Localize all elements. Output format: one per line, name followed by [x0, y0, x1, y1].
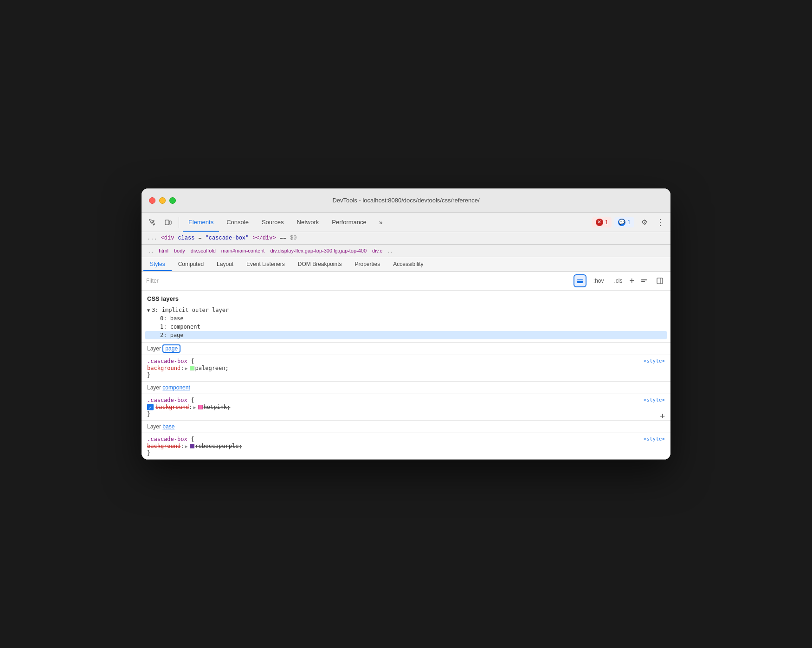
- new-style-rule-button[interactable]: [638, 275, 650, 287]
- prop-line-background-page: background : ▶ palegreen ;: [147, 364, 665, 372]
- dom-tag-close: ></div>: [252, 235, 276, 241]
- filter-input[interactable]: [146, 278, 570, 284]
- svg-rect-6: [641, 281, 645, 282]
- info-badge-button[interactable]: 💬 1: [614, 217, 634, 227]
- tab-computed[interactable]: Computed: [172, 257, 210, 271]
- add-property-button-component[interactable]: +: [660, 412, 665, 420]
- dom-ellipsis: ...: [147, 235, 157, 241]
- breadcrumb-html[interactable]: html: [157, 247, 170, 254]
- css-rule-page: <style> .cascade-box { background : ▶ pa…: [142, 355, 670, 382]
- hov-button[interactable]: :hov: [590, 276, 607, 285]
- layer-header-page: Layer page: [142, 343, 670, 355]
- color-swatch-hotpink[interactable]: [198, 405, 203, 409]
- dom-tag-open: <div: [161, 235, 174, 241]
- breadcrumb-div-c[interactable]: div.c: [370, 247, 384, 254]
- rule-source-component[interactable]: <style>: [644, 397, 665, 403]
- rule-selector-component: .cascade-box: [147, 397, 191, 403]
- breadcrumb-ellipsis-end[interactable]: ...: [386, 247, 394, 254]
- sub-tabs: Styles Computed Layout Event Listeners D…: [142, 257, 670, 272]
- rule-source-base[interactable]: <style>: [644, 436, 665, 442]
- gear-icon: ⚙: [641, 218, 647, 227]
- close-button[interactable]: [149, 197, 155, 204]
- minimize-button[interactable]: [159, 197, 166, 204]
- prop-line-background-component: background : ▶ hotpink ;: [147, 403, 665, 411]
- layer-name-base-link[interactable]: base: [162, 423, 174, 430]
- devtools-toolbar: Elements Console Sources Network Perform…: [142, 213, 670, 232]
- property-checkbox-background-component[interactable]: [147, 404, 154, 410]
- more-options-button[interactable]: ⋮: [654, 216, 667, 229]
- color-swatch-palegreen[interactable]: [190, 366, 194, 370]
- layer-header-component: Layer component: [142, 382, 670, 394]
- breadcrumb-div-scaffold[interactable]: div.scaffold: [189, 247, 218, 254]
- prop-line-background-base: background : ▶ rebeccapurple ;: [147, 442, 665, 450]
- devtools-window: DevTools - localhost:8080/docs/devtools/…: [142, 188, 670, 460]
- layer-tree-child-page[interactable]: 2: page: [145, 331, 667, 339]
- toolbar-divider-1: [179, 217, 179, 228]
- dom-attr-name: class: [178, 235, 194, 241]
- svg-rect-2: [577, 279, 583, 280]
- property-value-background-base: rebeccapurple: [195, 443, 239, 449]
- add-style-rule-button[interactable]: +: [629, 277, 634, 285]
- layer-base-label: 0: base: [160, 315, 184, 322]
- breadcrumb-ellipsis-start[interactable]: ...: [147, 247, 155, 254]
- breadcrumb-body[interactable]: body: [172, 247, 187, 254]
- property-name-background-component: background: [155, 404, 189, 410]
- device-toggle-button[interactable]: [161, 215, 175, 229]
- rule-source-page[interactable]: <style>: [644, 358, 665, 364]
- tab-layout[interactable]: Layout: [210, 257, 240, 271]
- tab-console[interactable]: Console: [221, 213, 254, 232]
- layer-tree-child-base[interactable]: 0: base: [147, 314, 665, 323]
- breadcrumb-main[interactable]: main#main-content: [219, 247, 267, 254]
- breadcrumb-div-flex[interactable]: div.display-flex.gap-top-300.lg:gap-top-…: [268, 247, 368, 254]
- layer-name-component-link[interactable]: component: [162, 384, 190, 391]
- dom-equals-sign: ==: [280, 235, 286, 241]
- css-layers-section: CSS layers ▼ 3: implicit outer layer 0: …: [142, 291, 670, 343]
- layer-name-page-highlighted[interactable]: page: [162, 344, 180, 353]
- layer-header-base: Layer base: [142, 421, 670, 433]
- window-title: DevTools - localhost:8080/docs/devtools/…: [332, 197, 479, 204]
- dom-bar: ... <div class = "cascade-box" ></div> =…: [142, 232, 670, 245]
- tab-elements[interactable]: Elements: [183, 213, 219, 232]
- rule-selector-base: .cascade-box: [147, 436, 191, 442]
- settings-button[interactable]: ⚙: [637, 215, 651, 229]
- tab-dom-breakpoints[interactable]: DOM Breakpoints: [291, 257, 348, 271]
- layer-label-page: Layer: [147, 345, 162, 352]
- tab-properties[interactable]: Properties: [348, 257, 387, 271]
- tab-sources[interactable]: Sources: [256, 213, 290, 232]
- property-name-background-page: background: [147, 365, 180, 371]
- layer-component-label: 1: component: [160, 324, 200, 330]
- titlebar: DevTools - localhost:8080/docs/devtools/…: [142, 188, 670, 213]
- tab-network[interactable]: Network: [291, 213, 325, 232]
- styles-panel: :hov .cls + CSS layers ▼ 3: implic: [142, 272, 670, 460]
- toggle-sidebar-button[interactable]: [654, 275, 666, 287]
- tab-event-listeners[interactable]: Event Listeners: [240, 257, 291, 271]
- expand-arrow: ▼: [147, 308, 150, 313]
- css-layers-title: CSS layers: [147, 295, 665, 302]
- css-layers-button[interactable]: [574, 274, 586, 287]
- tab-accessibility[interactable]: Accessibility: [387, 257, 430, 271]
- property-name-background-base: background: [147, 443, 180, 449]
- layer-page-label: 2: page: [160, 332, 184, 338]
- more-tabs-button[interactable]: »: [374, 215, 388, 229]
- layer-parent-label: 3: implicit outer layer: [152, 307, 229, 313]
- svg-rect-7: [657, 278, 663, 284]
- svg-rect-5: [641, 279, 647, 280]
- rule-selector-page: .cascade-box: [147, 358, 191, 364]
- property-value-background-component: hotpink: [204, 404, 227, 410]
- layer-tree-child-component[interactable]: 1: component: [147, 323, 665, 331]
- layer-tree-parent[interactable]: ▼ 3: implicit outer layer: [147, 306, 665, 314]
- error-badge-button[interactable]: ✕ 1: [592, 217, 612, 227]
- color-swatch-rebeccapurple[interactable]: [190, 444, 194, 448]
- tab-performance[interactable]: Performance: [326, 213, 372, 232]
- cls-button[interactable]: .cls: [611, 276, 625, 285]
- tab-styles[interactable]: Styles: [143, 257, 172, 271]
- property-value-background-page: palegreen: [195, 365, 226, 371]
- css-rule-base: <style> .cascade-box { background : ▶ re…: [142, 433, 670, 460]
- rules-section: Layer page <style> .cascade-box { backgr…: [142, 343, 670, 460]
- inspect-element-button[interactable]: [145, 215, 159, 229]
- triangle-icon: ▶: [185, 366, 187, 371]
- traffic-lights: [149, 197, 176, 204]
- triangle-icon-3: ▶: [185, 444, 187, 449]
- dom-equals: =: [198, 235, 201, 241]
- maximize-button[interactable]: [169, 197, 176, 204]
